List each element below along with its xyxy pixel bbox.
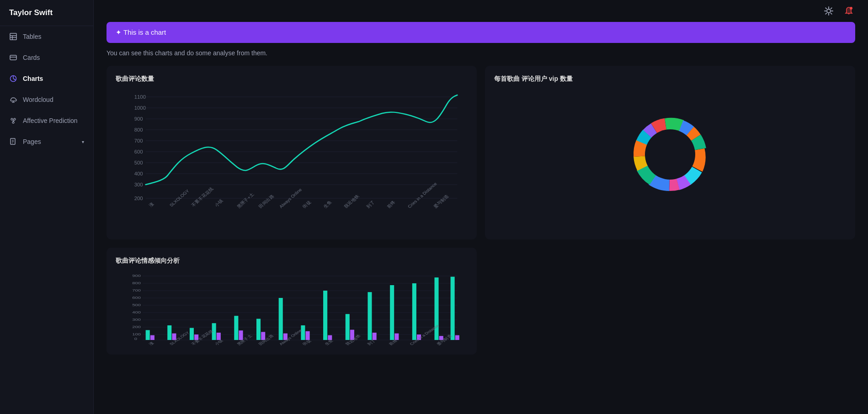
page-content: ✦ This is a chart You can see this chart… (94, 22, 868, 373)
sidebar-item-label: Charts (23, 75, 43, 82)
svg-rect-93 (256, 319, 261, 340)
svg-text:我近地铁: 我近地铁 (343, 194, 360, 209)
topbar (94, 0, 868, 22)
svg-rect-83 (146, 330, 150, 340)
svg-text:田间出路: 田间出路 (257, 194, 275, 209)
cards-icon (9, 53, 17, 62)
svg-text:涨: 涨 (148, 341, 155, 346)
svg-text:400: 400 (132, 310, 141, 314)
charts-grid: 歌曲评论数量 1100 1000 900 800 700 600 500 400… (107, 66, 855, 355)
svg-text:900: 900 (134, 117, 143, 122)
line-chart-container: 1100 1000 900 800 700 600 500 400 300 20… (116, 90, 468, 218)
line-chart-title: 歌曲评论数量 (116, 75, 468, 83)
svg-text:600: 600 (132, 295, 141, 299)
svg-text:300: 300 (132, 317, 141, 321)
svg-rect-103 (367, 292, 372, 340)
svg-text:SLXOLOGY: SLXOLOGY (169, 331, 190, 346)
bar-chart-card: 歌曲评论情感倾向分析 900 800 700 600 500 400 300 2… (107, 248, 477, 355)
svg-text:涨: 涨 (148, 201, 155, 207)
svg-text:街徒: 街徒 (302, 200, 312, 209)
svg-rect-109 (435, 277, 439, 340)
sidebar-item-charts[interactable]: Charts (0, 68, 93, 89)
pages-chevron-icon: ▾ (82, 139, 84, 144)
svg-point-11 (12, 122, 14, 123)
svg-text:500: 500 (132, 303, 141, 307)
svg-line-25 (831, 8, 832, 9)
svg-point-9 (11, 118, 13, 120)
svg-text:到了: 到了 (365, 200, 376, 209)
donut-chart-card: 每首歌曲 评论用户 vip 数量 (485, 66, 855, 239)
app-title: Taylor Swift (0, 0, 93, 26)
svg-text:不要不花花线: 不要不花花线 (190, 329, 214, 346)
svg-rect-112 (455, 335, 459, 340)
main-content: ✦ This is a chart You can see this chart… (94, 0, 868, 414)
svg-rect-97 (301, 325, 305, 340)
svg-text:500: 500 (134, 160, 143, 165)
pages-icon (9, 138, 17, 146)
svg-text:700: 700 (132, 288, 141, 292)
svg-text:爱与制造: 爱与制造 (432, 194, 450, 209)
line-chart-card: 歌曲评论数量 1100 1000 900 800 700 600 500 400… (107, 66, 477, 239)
svg-rect-105 (390, 285, 394, 340)
notification-bell-icon[interactable] (842, 5, 855, 17)
svg-text:600: 600 (134, 149, 143, 154)
prediction-icon (9, 117, 17, 125)
svg-rect-91 (234, 316, 238, 340)
sidebar-item-label: Tables (23, 33, 41, 40)
svg-rect-111 (451, 277, 455, 340)
svg-text:800: 800 (132, 281, 141, 285)
chart-icon (9, 74, 17, 83)
svg-text:1000: 1000 (134, 106, 146, 111)
bar-chart-container: 900 800 700 600 500 400 300 200 100 0 (116, 272, 468, 345)
sidebar-item-wordcloud[interactable]: Wordcloud (0, 89, 93, 110)
svg-text:200: 200 (134, 196, 143, 201)
svg-text:200: 200 (132, 324, 141, 329)
svg-line-26 (825, 13, 826, 14)
svg-rect-99 (323, 291, 327, 340)
sidebar-item-affective-prediction[interactable]: Affective Prediction (0, 110, 93, 131)
svg-rect-95 (279, 298, 283, 340)
sidebar-item-label: Affective Prediction (23, 117, 78, 124)
page-banner: ✦ This is a chart (107, 22, 855, 43)
svg-rect-101 (346, 314, 350, 340)
sidebar: Taylor Swift Tables Cards (0, 0, 94, 414)
svg-text:不要不花花线: 不要不花花线 (190, 186, 214, 207)
svg-point-18 (827, 9, 831, 13)
svg-text:0: 0 (134, 337, 138, 341)
svg-text:700: 700 (134, 138, 143, 143)
svg-point-10 (14, 118, 16, 120)
sidebar-item-label: Pages (23, 138, 41, 145)
svg-text:900: 900 (132, 273, 141, 277)
svg-text:300: 300 (134, 182, 143, 187)
donut-chart-title: 每首歌曲 评论用户 vip 数量 (494, 75, 846, 83)
svg-point-27 (850, 7, 852, 10)
svg-text:100: 100 (132, 332, 141, 336)
sidebar-item-pages[interactable]: Pages ▾ (0, 131, 93, 152)
sidebar-item-label: Wordcloud (23, 96, 53, 103)
donut-chart-container (494, 90, 846, 218)
svg-rect-107 (412, 283, 416, 340)
svg-text:SLXOLOGY: SLXOLOGY (169, 188, 191, 207)
page-subtitle: You can see this charts and do some anal… (107, 49, 855, 57)
svg-text:黑匣子+土: 黑匣子+土 (236, 192, 255, 209)
svg-line-24 (831, 13, 832, 14)
svg-line-23 (825, 8, 826, 9)
svg-text:生鱼: 生鱼 (322, 200, 333, 209)
svg-text:800: 800 (134, 127, 143, 133)
svg-rect-85 (167, 325, 171, 340)
svg-text:前终: 前终 (386, 200, 396, 209)
table-icon (9, 32, 17, 41)
svg-rect-84 (150, 335, 154, 340)
svg-text:400: 400 (134, 171, 143, 176)
svg-text:1100: 1100 (134, 95, 146, 100)
svg-point-62 (645, 129, 695, 180)
svg-text:小镇: 小镇 (213, 198, 224, 208)
sidebar-item-label: Cards (23, 54, 40, 61)
theme-toggle-icon[interactable] (822, 5, 835, 17)
svg-rect-0 (10, 33, 16, 40)
sidebar-item-cards[interactable]: Cards (0, 47, 93, 68)
svg-rect-87 (190, 328, 194, 340)
sidebar-item-tables[interactable]: Tables (0, 26, 93, 47)
svg-rect-4 (10, 55, 16, 60)
wordcloud-icon (9, 96, 17, 104)
